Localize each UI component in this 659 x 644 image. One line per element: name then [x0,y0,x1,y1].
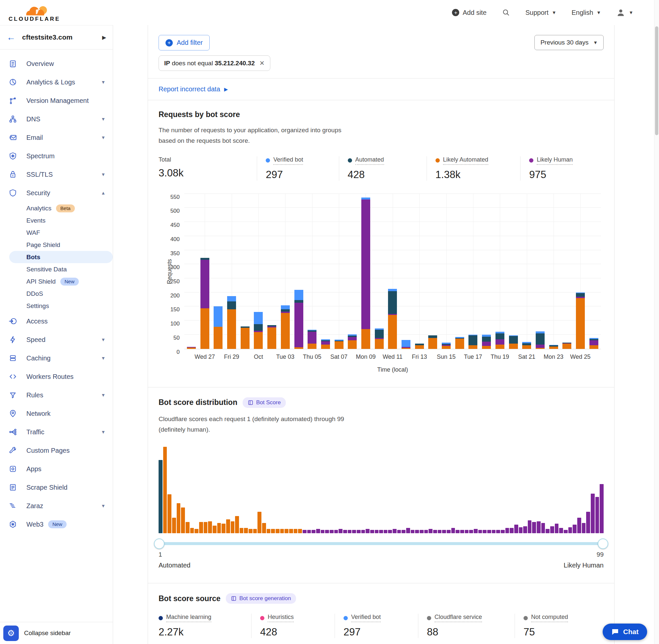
stat-label-text[interactable]: Likely Human [537,156,573,165]
chart-bar[interactable] [187,194,196,349]
histogram-bin[interactable] [172,518,176,533]
chart-bar[interactable] [428,194,437,349]
sidebar-item-rules[interactable]: Rules▼ [0,386,113,404]
sidebar-item-dns[interactable]: DNS▼ [0,110,113,128]
sidebar-item-access[interactable]: Access [0,312,113,330]
histogram-bin[interactable] [469,530,473,533]
histogram-bin[interactable] [370,530,374,533]
stat-label-text[interactable]: Not computed [531,614,568,622]
histogram-bin[interactable] [424,530,428,533]
histogram-bin[interactable] [357,530,361,533]
bot-score-badge[interactable]: Bot Score [243,397,286,408]
histogram-bin[interactable] [595,497,599,533]
date-range-select[interactable]: Previous 30 days ▼ [534,35,604,50]
histogram-bin[interactable] [186,522,190,533]
chart-bar[interactable] [375,194,384,349]
histogram-bin[interactable] [352,530,356,533]
sidebar-item-api-shield[interactable]: API ShieldNew [0,275,113,288]
histogram-bin[interactable] [420,530,424,533]
chart-bar[interactable]: Sat 07 [335,194,344,349]
histogram-bin[interactable] [244,528,248,533]
sidebar-item-spectrum[interactable]: Spectrum [0,147,113,165]
chart-bar[interactable] [402,194,410,349]
histogram-bin[interactable] [492,530,496,533]
chart-bar[interactable] [455,194,464,349]
histogram-bin[interactable] [379,530,383,533]
histogram-bin[interactable] [235,516,239,533]
histogram-bin[interactable] [442,530,446,533]
sidebar-item-security[interactable]: Security▲ [0,184,113,202]
cloudflare-logo[interactable]: CLOUDFLARE [8,3,60,22]
chart-bar[interactable] [267,194,276,349]
histogram-bin[interactable] [505,528,509,533]
histogram-bin[interactable] [384,530,388,533]
histogram-bin[interactable] [330,530,334,533]
language-menu[interactable]: English ▼ [572,9,601,17]
sidebar-item-overview[interactable]: Overview [0,54,113,73]
histogram-bin[interactable] [217,523,221,533]
chart-bar[interactable]: Tue 03 [281,194,290,349]
histogram-bin[interactable] [564,530,568,533]
add-filter-button[interactable]: + Add filter [159,35,210,50]
chart-bar[interactable] [509,194,518,349]
histogram-bin[interactable] [582,523,586,533]
histogram-bin[interactable] [550,526,554,533]
histogram-bin[interactable] [460,530,464,533]
sidebar-item-workers-routes[interactable]: Workers Routes [0,367,113,386]
chart-bar[interactable]: Oct [254,194,263,349]
histogram-bin[interactable] [474,529,478,533]
histogram-bin[interactable] [406,528,410,533]
histogram-bin[interactable] [253,529,257,533]
slider-handle-max[interactable] [598,538,608,549]
histogram-bin[interactable] [433,530,437,533]
histogram-bin[interactable] [393,529,397,533]
chart-bar[interactable] [536,194,545,349]
histogram-bin[interactable] [289,529,293,533]
scrollbar-thumb[interactable] [655,26,658,135]
histogram-bin[interactable] [316,529,320,533]
chart-bar[interactable] [295,194,303,349]
quick-settings-button[interactable]: ⚙ [3,625,19,641]
sidebar-item-waf[interactable]: WAF [0,227,113,239]
histogram-bin[interactable] [483,530,487,533]
histogram-bin[interactable] [348,530,352,533]
histogram-bin[interactable] [568,527,572,533]
chart-bar[interactable]: Wed 25 [576,194,585,349]
histogram-bin[interactable] [294,529,298,533]
histogram-bin[interactable] [375,530,379,533]
chevron-right-icon[interactable]: ▶ [102,34,106,41]
histogram-bin[interactable] [280,529,284,533]
histogram-bin[interactable] [411,530,415,533]
support-menu[interactable]: Support ▼ [525,9,557,17]
histogram-bin[interactable] [573,525,576,533]
histogram-bin[interactable] [163,447,167,533]
histogram-bin[interactable] [167,494,171,533]
chart-bar[interactable]: Tue 17 [468,194,477,349]
histogram-bin[interactable] [204,522,208,533]
histogram-bin[interactable] [298,529,302,533]
sidebar-item-speed[interactable]: Speed▼ [0,330,113,349]
histogram-bin[interactable] [321,530,325,533]
histogram-bin[interactable] [397,530,401,533]
sidebar-item-caching[interactable]: Caching▼ [0,349,113,367]
histogram-bin[interactable] [415,530,419,533]
histogram-bin[interactable] [181,507,185,533]
chart-bar[interactable]: Fri 13 [415,194,424,349]
histogram-bin[interactable] [338,529,343,533]
stat-label-text[interactable]: Machine learning [166,614,211,622]
chart-bar[interactable]: Wed 27 [201,194,209,349]
back-arrow-icon[interactable]: ← [6,32,16,43]
histogram-bin[interactable] [447,530,451,533]
chart-bar[interactable] [482,194,491,349]
chart-bar[interactable]: Wed 11 [388,194,397,349]
histogram-bin[interactable] [231,521,235,533]
stat-label-text[interactable]: Verified bot [273,156,303,165]
sidebar-item-scrape-shield[interactable]: Scrape Shield [0,478,113,497]
histogram-bin[interactable] [600,484,604,533]
histogram-bin[interactable] [528,520,532,533]
histogram-bin[interactable] [487,530,491,533]
histogram-bin[interactable] [541,523,545,533]
sidebar-item-ddos[interactable]: DDoS [0,288,113,300]
sidebar-item-analytics-logs[interactable]: Analytics & Logs▼ [0,73,113,91]
histogram-bin[interactable] [496,530,500,533]
